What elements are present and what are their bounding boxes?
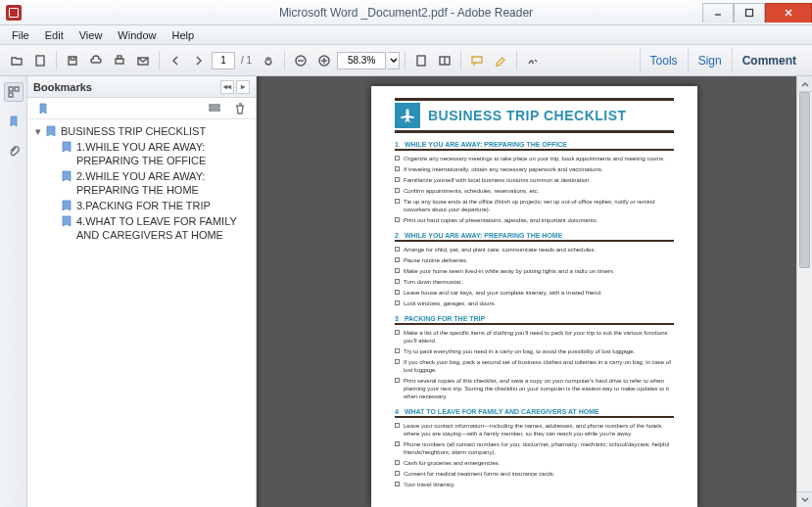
checklist-item: Make a list of the specific items of clo… xyxy=(395,329,674,345)
sign-pane-button[interactable]: Sign xyxy=(688,48,732,73)
checkbox-icon xyxy=(395,441,400,446)
menu-file[interactable]: File xyxy=(4,27,37,43)
sign-tool-button[interactable] xyxy=(522,50,544,71)
checkbox-icon xyxy=(395,177,400,182)
hand-tool-button[interactable] xyxy=(258,50,279,71)
doc-title: BUSINESS TRIP CHECKLIST xyxy=(428,108,627,123)
checklist-text: Make a list of the specific items of clo… xyxy=(404,329,674,345)
section-heading: 1WHILE YOU ARE AWAY: PREPARING THE OFFIC… xyxy=(395,141,674,151)
thumbnails-rail-button[interactable] xyxy=(4,82,24,102)
bookmarks-collapse-button[interactable]: ◂◂ xyxy=(220,80,234,94)
document-viewer[interactable]: BUSINESS TRIP CHECKLIST 1WHILE YOU ARE A… xyxy=(257,76,812,507)
email-button[interactable] xyxy=(132,50,154,71)
checklist-item: Print several copies of this checklist, … xyxy=(395,377,674,400)
window-title: Microsoft Word _Document2.pdf - Adobe Re… xyxy=(0,6,812,20)
svg-rect-19 xyxy=(210,105,219,107)
comment-pane-button[interactable]: Comment xyxy=(732,48,806,73)
svg-rect-20 xyxy=(210,109,219,111)
section-title: WHILE YOU ARE AWAY: PREPARING THE HOME xyxy=(405,232,562,239)
menu-view[interactable]: View xyxy=(72,27,111,43)
bookmark-label: 3.PACKING FOR THE TRIP xyxy=(76,199,254,212)
attachments-rail-button[interactable] xyxy=(4,141,24,161)
checkbox-icon xyxy=(395,460,400,465)
checkbox-icon xyxy=(395,378,400,383)
next-page-button[interactable] xyxy=(188,50,210,71)
app-icon xyxy=(6,5,22,21)
checklist-text: Lock windows, garages, and doors. xyxy=(404,300,674,307)
checkbox-icon xyxy=(395,217,400,222)
page: BUSINESS TRIP CHECKLIST 1WHILE YOU ARE A… xyxy=(371,86,697,507)
checklist-text: Familiarize yourself with local business… xyxy=(404,176,674,184)
bookmark-item[interactable]: 3.PACKING FOR THE TRIP xyxy=(45,198,254,213)
zoom-dropdown[interactable] xyxy=(388,52,400,69)
bookmark-item[interactable]: 1.WHILE YOU ARE AWAY: PREPARING THE OFFI… xyxy=(45,139,254,168)
zoom-in-button[interactable] xyxy=(313,50,335,71)
checklist-text: Phone numbers (all contact numbers for y… xyxy=(404,440,674,456)
tools-pane-button[interactable]: Tools xyxy=(640,48,688,73)
checklist-text: Print out hard copies of presentations, … xyxy=(404,216,674,224)
bookmark-label: BUSINESS TRIP CHECKLIST xyxy=(61,124,254,138)
vertical-scrollbar[interactable] xyxy=(796,76,812,507)
checklist-text: Pause routine deliveries. xyxy=(404,256,674,264)
scroll-up-button[interactable] xyxy=(797,76,812,92)
comment-balloon-button[interactable] xyxy=(466,50,488,71)
checklist-item: Lock windows, garages, and doors. xyxy=(395,300,674,307)
menu-window[interactable]: Window xyxy=(110,27,164,43)
checklist-item: Print out hard copies of presentations, … xyxy=(395,216,674,224)
checklist-item: Organize any necessary meetings to take … xyxy=(395,155,674,162)
scroll-thumb[interactable] xyxy=(799,92,810,268)
checklist-item: Leave your contact information—including… xyxy=(395,422,674,438)
minimize-button[interactable] xyxy=(702,3,734,23)
checklist-text: Leave your contact information—including… xyxy=(404,422,674,438)
svg-rect-13 xyxy=(417,56,425,66)
checkbox-icon xyxy=(395,166,400,171)
prev-page-button[interactable] xyxy=(165,50,186,71)
bookmark-item[interactable]: 2.WHILE YOU ARE AWAY: PREPARING THE HOME xyxy=(45,168,254,198)
bookmarks-close-button[interactable]: ▸ xyxy=(236,80,250,94)
checklist-item: Tie up any loose ends at the office (fin… xyxy=(395,198,674,213)
checkbox-icon xyxy=(395,348,400,353)
checkbox-icon xyxy=(395,300,400,305)
checklist-item: Phone numbers (all contact numbers for y… xyxy=(395,440,674,456)
checkbox-icon xyxy=(395,156,400,161)
section-heading: 4WHAT TO LEAVE FOR FAMILY AND CAREGIVERS… xyxy=(395,408,674,418)
read-mode-button[interactable] xyxy=(434,50,455,71)
section-heading: 3PACKING FOR THE TRIP xyxy=(395,315,674,325)
checkbox-icon xyxy=(395,359,400,364)
page-total-label: / 1 xyxy=(241,55,252,66)
window-controls xyxy=(702,3,812,23)
bookmark-root[interactable]: ▾ BUSINESS TRIP CHECKLIST xyxy=(29,123,254,139)
expand-icon[interactable]: ▾ xyxy=(33,126,43,136)
menu-help[interactable]: Help xyxy=(164,27,202,43)
section-number: 2 xyxy=(395,232,399,239)
close-button[interactable] xyxy=(765,3,812,23)
leaf-icon xyxy=(49,216,59,226)
print-button[interactable] xyxy=(109,50,130,71)
page-number-input[interactable] xyxy=(212,52,235,69)
cloud-button[interactable] xyxy=(85,50,107,71)
bookmarks-rail-button[interactable] xyxy=(4,112,24,131)
checkbox-icon xyxy=(395,188,400,193)
bookmark-label: 2.WHILE YOU ARE AWAY: PREPARING THE HOME xyxy=(76,169,254,197)
new-bookmark-button[interactable] xyxy=(33,99,53,118)
svg-rect-6 xyxy=(118,56,121,59)
zoom-out-button[interactable] xyxy=(290,50,311,71)
bookmark-item[interactable]: 4.WHAT TO LEAVE FOR FAMILY AND CAREGIVER… xyxy=(45,213,254,243)
bookmarks-options-button[interactable] xyxy=(205,99,224,118)
highlight-button[interactable] xyxy=(490,50,511,71)
create-pdf-button[interactable] xyxy=(29,50,51,71)
doc-section: 2WHILE YOU ARE AWAY: PREPARING THE HOMEA… xyxy=(395,232,674,307)
open-button[interactable] xyxy=(6,50,27,71)
save-button[interactable] xyxy=(62,50,83,71)
zoom-input[interactable] xyxy=(337,52,386,69)
scroll-down-button[interactable] xyxy=(797,491,812,507)
bookmarks-delete-button[interactable] xyxy=(230,99,250,118)
checklist-item: If traveling internationally, obtain any… xyxy=(395,165,674,173)
airplane-icon xyxy=(395,103,420,128)
fit-page-button[interactable] xyxy=(410,50,432,71)
bookmarks-title: Bookmarks xyxy=(33,81,92,93)
maximize-button[interactable] xyxy=(734,3,765,23)
section-number: 1 xyxy=(395,141,399,148)
checklist-item: Your travel itinerary. xyxy=(395,481,674,488)
menu-edit[interactable]: Edit xyxy=(37,27,72,43)
